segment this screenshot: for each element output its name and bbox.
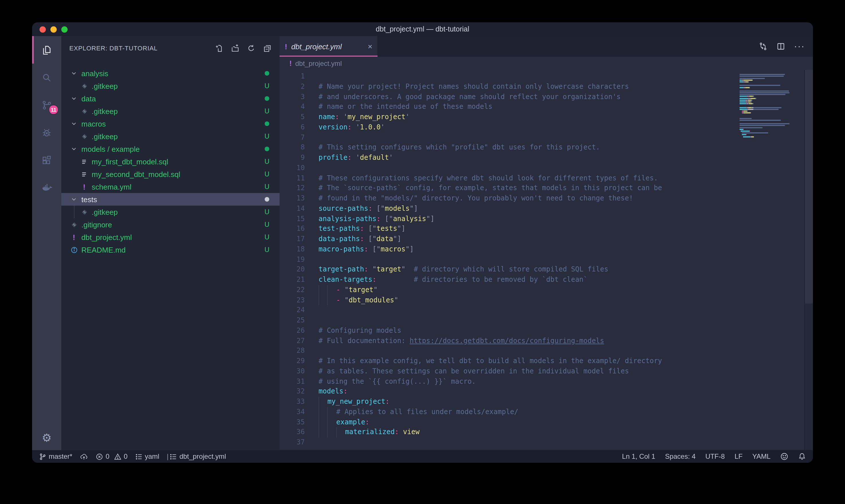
refresh-icon[interactable] <box>247 44 255 52</box>
minimize-window-button[interactable] <box>50 26 57 32</box>
tree-item-macros[interactable]: macros <box>61 118 280 130</box>
code-line[interactable]: 6version: '1.0.0' <box>280 123 738 133</box>
search-activity-button[interactable] <box>32 64 61 91</box>
code-line[interactable]: 31# using the `{{ config(...) }}` macro. <box>280 377 738 387</box>
tree-item-data[interactable]: data <box>61 92 280 105</box>
minimap[interactable] <box>740 72 804 140</box>
line-number: 31 <box>280 377 305 387</box>
feedback-smiley-icon[interactable] <box>780 452 788 461</box>
code-line[interactable]: 13# found in the "models/" directory. Yo… <box>280 194 738 204</box>
git-status-badge: U <box>264 246 270 254</box>
tree-item-label: models / example <box>82 145 260 153</box>
sync-changes-item[interactable] <box>80 452 89 461</box>
chevron-down-icon <box>69 94 78 103</box>
code-line[interactable]: 8# This setting configures which "profil… <box>280 143 738 153</box>
code-line[interactable]: 1 <box>280 72 738 82</box>
code-line[interactable]: 28 <box>280 346 738 357</box>
close-window-button[interactable] <box>39 26 46 32</box>
vscode-window: dbt_project.yml — dbt-tutorial <box>32 22 813 463</box>
docker-activity-button[interactable] <box>32 174 61 201</box>
more-actions-button[interactable]: ··· <box>794 41 805 52</box>
zoom-window-button[interactable] <box>61 26 68 32</box>
code-line[interactable]: 22- "target" <box>280 285 738 295</box>
code-line[interactable]: 16test-paths: ["tests"] <box>280 224 738 235</box>
code-line[interactable]: 34# Applies to all files under models/ex… <box>280 407 738 417</box>
code-line[interactable]: 3# and underscores. A good package name … <box>280 92 738 102</box>
code-line[interactable]: 14source-paths: ["models"] <box>280 204 738 214</box>
code-line[interactable]: 4# name or the intended use of these mod… <box>280 102 738 112</box>
code-line[interactable]: 37 <box>280 437 738 448</box>
eol-item[interactable]: LF <box>734 452 742 461</box>
code-line[interactable]: 19 <box>280 255 738 265</box>
code-line[interactable]: 30# as tables. These settings can be ove… <box>280 366 738 377</box>
extensions-activity-button[interactable] <box>32 146 61 174</box>
code-line[interactable]: 2# Name your project! Project names shou… <box>280 82 738 92</box>
settings-gear-button[interactable]: ⚙ <box>32 425 61 450</box>
code-editor[interactable]: 12# Name your project! Project names sho… <box>280 70 813 450</box>
code-line[interactable]: 25 <box>280 316 738 326</box>
new-folder-button[interactable] <box>231 44 239 52</box>
code-line[interactable]: 24 <box>280 306 738 316</box>
tree-item-dbt-project-yml[interactable]: !dbt_project.ymlU <box>61 231 280 244</box>
tree-item-models-example[interactable]: models / example <box>61 143 280 155</box>
code-line[interactable]: 27# Full documentation: https://docs.get… <box>280 336 738 346</box>
split-editor-button[interactable] <box>776 42 786 51</box>
code-line[interactable]: 12# The `source-paths` config, for examp… <box>280 183 738 194</box>
tree-item--gitkeep[interactable]: .gitkeepU <box>61 79 280 92</box>
code-line[interactable]: 11# These configurations specify where d… <box>280 173 738 183</box>
tab-dbt-project-yml[interactable]: ! dbt_project.yml × <box>280 36 378 57</box>
encoding-item[interactable]: UTF-8 <box>705 452 725 461</box>
tree-item-analysis[interactable]: analysis <box>61 67 280 79</box>
linter-file-item[interactable]: dbt_project.yml <box>169 452 226 461</box>
run-debug-activity-button[interactable] <box>32 119 61 146</box>
new-file-button[interactable] <box>215 44 223 52</box>
tree-item--gitkeep[interactable]: .gitkeepU <box>61 105 280 118</box>
cursor-position-item[interactable]: Ln 1, Col 1 <box>622 452 655 461</box>
errors-count: 0 <box>106 452 109 461</box>
scrollbar-slider[interactable] <box>805 70 813 304</box>
notifications-bell-icon[interactable] <box>798 452 806 461</box>
tree-item-readme-md[interactable]: README.mdU <box>61 244 280 256</box>
tree-item-tests[interactable]: tests <box>61 193 280 205</box>
line-number: 10 <box>280 163 305 174</box>
code-line[interactable]: 18macro-paths: ["macros"] <box>280 245 738 255</box>
language-mode-item[interactable]: YAML <box>752 452 771 461</box>
indentation-item[interactable]: Spaces: 4 <box>665 452 696 461</box>
code-line[interactable]: 29# In this example config, we tell dbt … <box>280 356 738 366</box>
tree-item-my-second-dbt-model-sql[interactable]: my_second_dbt_model.sqlU <box>61 168 280 180</box>
tab-close-icon[interactable]: × <box>368 42 372 50</box>
code-line[interactable]: 7 <box>280 132 738 143</box>
code-line[interactable]: 26# Configuring models <box>280 326 738 336</box>
code-line[interactable]: 5name: 'my_new_project' <box>280 112 738 123</box>
tree-item-label: macros <box>82 120 260 128</box>
code-line[interactable]: 35example: <box>280 417 738 428</box>
code-line[interactable]: 17data-paths: ["data"] <box>280 234 738 245</box>
scm-changes-badge: 11 <box>49 105 58 114</box>
source-control-activity-button[interactable]: 11 <box>32 91 61 119</box>
tree-item-my-first-dbt-model-sql[interactable]: my_first_dbt_model.sqlU <box>61 155 280 168</box>
code-line[interactable]: 20target-path: "target" # directory whic… <box>280 265 738 275</box>
git-status-badge: U <box>264 233 270 241</box>
tree-item--gitignore[interactable]: .gitignoreU <box>61 218 280 231</box>
code-line[interactable]: 36materialized: view <box>280 428 738 438</box>
git-status-badge <box>264 197 270 202</box>
code-line[interactable]: 21clean-targets: # directories to be rem… <box>280 275 738 285</box>
code-line[interactable]: 9profile: 'default' <box>280 153 738 163</box>
tree-item--gitkeep[interactable]: .gitkeepU <box>61 130 280 143</box>
problems-item[interactable]: 0 0 <box>96 452 128 461</box>
tree-item--gitkeep[interactable]: .gitkeepU <box>61 205 280 218</box>
explorer-activity-button[interactable] <box>32 36 61 64</box>
collapse-all-button[interactable] <box>263 44 272 52</box>
git-branch-item[interactable]: master* <box>39 452 72 461</box>
tree-item-schema-yml[interactable]: !schema.ymlU <box>61 180 280 193</box>
code-line[interactable]: 10 <box>280 163 738 174</box>
open-changes-button[interactable] <box>758 42 768 51</box>
code-line[interactable]: 33my_new_project: <box>280 397 738 407</box>
code-line[interactable]: 23- "dbt_modules" <box>280 295 738 306</box>
breadcrumb[interactable]: ! dbt_project.yml <box>280 57 813 70</box>
tree-item-label: schema.yml <box>92 182 260 191</box>
code-line[interactable]: 15analysis-paths: ["analysis"] <box>280 214 738 224</box>
linter-yaml-item[interactable]: yaml <box>135 452 159 461</box>
code-line[interactable]: 32models: <box>280 387 738 397</box>
editor-scrollbar[interactable] <box>804 70 813 450</box>
